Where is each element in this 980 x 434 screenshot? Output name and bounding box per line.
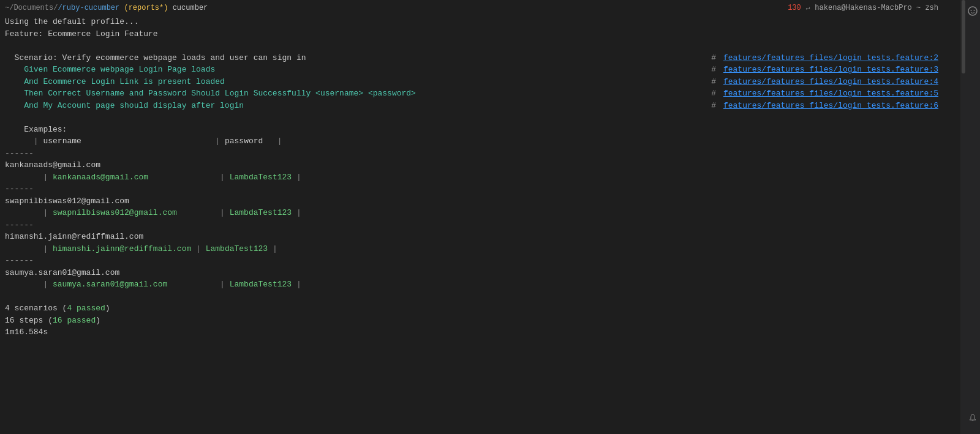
- user-info: hakena@Hakenas-MacbPro ~ zsh: [815, 2, 938, 13]
- line-scenario: Scenario: Verify ecommerce webpage loads…: [5, 52, 938, 64]
- title-cmd: cucumber: [173, 4, 208, 12]
- line-summary1: 4 scenarios (4 passed): [5, 302, 938, 315]
- sidebar-bottom-section: [967, 412, 979, 429]
- ref-link-4[interactable]: features/features_files/login_tests.feat…: [723, 76, 938, 88]
- ref-link-2[interactable]: features/features_files/login_tests.feat…: [723, 52, 938, 64]
- default-profile-text: Using the default profile...: [5, 16, 138, 28]
- hash-4: #: [711, 76, 721, 88]
- svg-point-0: [968, 7, 977, 15]
- pipe2: |: [220, 171, 230, 184]
- pipe1: |: [5, 171, 53, 184]
- step4-text: And My Account page should display after…: [5, 100, 244, 112]
- pipe7: |: [5, 243, 53, 255]
- title-branch: (reports*): [124, 4, 168, 12]
- arrow-icon: ↵: [806, 3, 810, 13]
- scrollbar[interactable]: [960, 0, 965, 434]
- line-default-profile: Using the default profile...: [5, 16, 938, 28]
- title-path-prefix: ~/Documents/: [5, 4, 58, 12]
- summary1-text: 4 scenarios (: [5, 302, 67, 315]
- svg-point-2: [974, 10, 975, 11]
- line-step4: And My Account page should display after…: [5, 100, 938, 112]
- step1-text: Given Ecommerce webpage Login Page loads: [5, 64, 215, 76]
- step1-ref: # features/features_files/login_tests.fe…: [711, 64, 938, 76]
- svg-point-1: [971, 10, 972, 11]
- empty-1: [5, 40, 938, 52]
- step3-ref: # features/features_files/login_tests.fe…: [711, 88, 938, 100]
- title-right: 130 ↵ hakena@Hakenas-MacbPro ~ zsh: [788, 2, 938, 13]
- user4-password: LambdaTest123: [230, 279, 296, 291]
- user2-email-text: swapnilbiswas012@gmail.com: [5, 195, 129, 208]
- empty-2: [5, 111, 938, 124]
- line-feature: Feature: Ecommerce Login Feature: [5, 28, 938, 40]
- line-user4-email: saumya.saran01@gmail.com: [5, 267, 938, 279]
- step4-ref: # features/features_files/login_tests.fe…: [711, 100, 938, 112]
- line-step2: And Ecommerce Login Link is present load…: [5, 76, 938, 88]
- table-header-text: | username | password |: [5, 135, 282, 148]
- hash-2: #: [711, 52, 721, 64]
- pipe5: |: [220, 207, 230, 219]
- sep1-text: ------: [5, 148, 34, 160]
- line-user1-email: kankanaads@gmail.com: [5, 159, 938, 171]
- github-copilot-icon[interactable]: [967, 5, 979, 17]
- pipe9: |: [273, 243, 277, 255]
- title-left: ~/Documents//ruby-cucumber (reports*) cu…: [5, 2, 208, 13]
- pipe10: |: [5, 279, 53, 291]
- line-user4-row: | saumya.saran01@gmail.com | LambdaTest1…: [5, 279, 938, 291]
- title-bar: ~/Documents//ruby-cucumber (reports*) cu…: [5, 2, 938, 13]
- examples-text: Examples:: [5, 124, 67, 136]
- sidebar: [965, 0, 980, 434]
- line-user3-row: | himanshi.jainn@rediffmail.com | Lambda…: [5, 243, 938, 255]
- pipe11: |: [220, 279, 230, 291]
- ref-link-6[interactable]: features/features_files/login_tests.feat…: [723, 100, 938, 112]
- pipe8: |: [196, 243, 206, 255]
- hash-5: #: [711, 88, 721, 100]
- pipe4: |: [5, 207, 53, 219]
- pipe3: |: [296, 171, 301, 184]
- line-user2-row: | swapnilbiswas012@gmail.com | LambdaTes…: [5, 207, 938, 219]
- user1-email-text: kankanaads@gmail.com: [5, 159, 100, 171]
- title-path: /ruby-cucumber: [58, 4, 119, 12]
- summary1-end: ): [105, 302, 110, 315]
- line-sep1: ------: [5, 148, 938, 160]
- line-step3: Then Correct Username and Password Shoul…: [5, 88, 938, 100]
- user3-password: LambdaTest123: [206, 243, 273, 255]
- user1-password: LambdaTest123: [230, 171, 296, 184]
- ref-link-5[interactable]: features/features_files/login_tests.feat…: [723, 88, 938, 100]
- terminal: ~/Documents//ruby-cucumber (reports*) cu…: [0, 0, 943, 434]
- line-summary3: 1m16.584s: [5, 326, 938, 339]
- user4-email-text: saumya.saran01@gmail.com: [5, 267, 119, 279]
- hash-6: #: [711, 100, 721, 112]
- user4-username: saumya.saran01@gmail.com: [53, 279, 220, 291]
- line-sep3: ------: [5, 219, 938, 231]
- sep2-text: ------: [5, 183, 34, 195]
- user3-email-text: himanshi.jainn@rediffmail.com: [5, 231, 143, 243]
- line-table-header: | username | password |: [5, 135, 938, 148]
- scenario-text: Scenario: Verify ecommerce webpage loads…: [5, 52, 306, 64]
- summary2-passed: 16 passed: [53, 315, 96, 327]
- line-user3-email: himanshi.jainn@rediffmail.com: [5, 231, 938, 243]
- notifications-icon[interactable]: [967, 412, 979, 424]
- hash-3: #: [711, 64, 721, 76]
- line-summary2: 16 steps (16 passed): [5, 315, 938, 327]
- line-sep2: ------: [5, 183, 938, 195]
- summary2-text: 16 steps (: [5, 315, 53, 327]
- line-step1: Given Ecommerce webpage Login Page loads…: [5, 64, 938, 76]
- step2-ref: # features/features_files/login_tests.fe…: [711, 76, 938, 88]
- user3-username: himanshi.jainn@rediffmail.com: [53, 243, 196, 255]
- feature-text: Feature: Ecommerce Login Feature: [5, 28, 158, 40]
- pipe12: |: [296, 279, 301, 291]
- pipe6: |: [296, 207, 301, 219]
- sep4-text: ------: [5, 255, 34, 267]
- step2-text: And Ecommerce Login Link is present load…: [5, 76, 225, 88]
- user2-password: LambdaTest123: [230, 207, 296, 219]
- user2-username: swapnilbiswas012@gmail.com: [53, 207, 220, 219]
- exit-code: 130: [788, 2, 801, 13]
- line-examples: Examples:: [5, 124, 938, 136]
- step3-text: Then Correct Username and Password Shoul…: [5, 88, 416, 100]
- empty-3: [5, 291, 938, 303]
- user1-username: kankanaads@gmail.com: [53, 171, 220, 184]
- ref-link-3[interactable]: features/features_files/login_tests.feat…: [723, 64, 938, 76]
- line-sep4: ------: [5, 255, 938, 267]
- scenario-ref: # features/features_files/login_tests.fe…: [711, 52, 938, 64]
- summary1-passed: 4 passed: [67, 302, 105, 315]
